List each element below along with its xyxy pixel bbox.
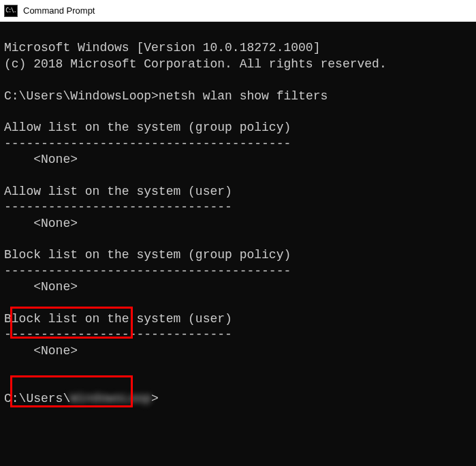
prompt-line-2: C:\Users\WindowsLoop> (4, 392, 159, 405)
prompt-line-1: C:\Users\WindowsLoop>netsh wlan show fil… (4, 89, 328, 103)
allow-user-content: <None> (4, 217, 78, 230)
window-title: Command Prompt (23, 5, 95, 16)
block-gp-content: <None> (4, 280, 78, 294)
allow-user-title: Allow list on the system (user) (4, 185, 232, 198)
block-user-divider: ------------------------------- (4, 328, 232, 341)
prompt-path: C:\Users\WindowsLoop> (4, 89, 159, 103)
cmd-icon: C:\. (4, 5, 18, 17)
terminal-output[interactable]: Microsoft Windows [Version 10.0.18272.10… (0, 22, 476, 466)
block-user-title: Block list on the system (user) (4, 312, 232, 326)
window-title-bar: C:\. Command Prompt (0, 0, 476, 22)
copyright-line: (c) 2018 Microsoft Corporation. All righ… (4, 57, 387, 71)
block-gp-divider: --------------------------------------- (4, 264, 291, 278)
command-text: netsh wlan show filters (159, 89, 328, 103)
block-user-content: <None> (4, 344, 78, 358)
block-gp-title: Block list on the system (group policy) (4, 248, 291, 262)
allow-user-divider: ------------------------------- (4, 200, 232, 214)
allow-gp-content: <None> (4, 153, 78, 166)
version-line: Microsoft Windows [Version 10.0.18272.10… (4, 41, 320, 55)
prompt-path-2: C:\Users\ (4, 392, 70, 405)
allow-gp-title: Allow list on the system (group policy) (4, 121, 291, 134)
hidden-username: WindowsLoop (70, 391, 151, 407)
prompt-end: > (151, 392, 159, 405)
allow-gp-divider: --------------------------------------- (4, 137, 291, 151)
